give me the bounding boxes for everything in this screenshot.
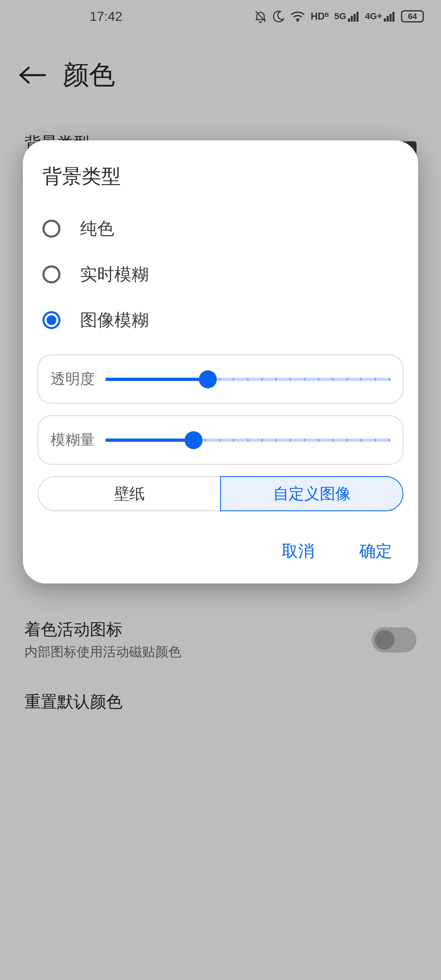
blur-slider-card: 模糊量	[38, 415, 403, 465]
status-icons: HDB 5G 4G+ 64	[254, 10, 424, 23]
svg-rect-5	[356, 12, 359, 22]
wifi-icon	[290, 11, 305, 22]
svg-rect-4	[354, 14, 356, 22]
status-time: 17:42	[0, 9, 212, 24]
svg-rect-9	[392, 12, 394, 22]
dialog-actions: 取消 确定	[23, 511, 418, 570]
signal-4g-icon: 4G+	[365, 11, 395, 22]
opacity-slider[interactable]	[105, 371, 390, 388]
slider-thumb[interactable]	[185, 431, 203, 449]
segment-custom-image[interactable]: 自定义图像	[220, 476, 403, 511]
signal-5g-icon: 5G	[334, 11, 359, 22]
dialog-title: 背景类型	[23, 163, 418, 206]
slider-thumb[interactable]	[199, 370, 217, 388]
radio-option-image-blur[interactable]: 图像模糊	[23, 297, 418, 343]
ok-button[interactable]: 确定	[359, 540, 392, 562]
radio-option-solid[interactable]: 纯色	[23, 206, 418, 252]
radio-icon	[42, 311, 60, 329]
battery-icon: 64	[401, 10, 424, 22]
svg-rect-2	[348, 18, 350, 22]
svg-point-1	[296, 20, 298, 22]
bell-mute-icon	[254, 10, 267, 23]
cancel-button[interactable]: 取消	[282, 540, 314, 562]
radio-label: 纯色	[80, 217, 114, 240]
slider-label: 透明度	[51, 369, 95, 389]
svg-rect-6	[384, 18, 386, 22]
status-bar: 17:42 HDB 5G 4G+ 64	[0, 0, 441, 33]
opacity-slider-card: 透明度	[38, 354, 403, 404]
svg-rect-3	[351, 16, 353, 22]
svg-rect-7	[387, 16, 389, 22]
radio-label: 图像模糊	[80, 309, 149, 332]
background-type-dialog: 背景类型 纯色 实时模糊 图像模糊 透明度 模糊量 壁纸 自定义图像	[23, 140, 418, 584]
blur-slider[interactable]	[105, 432, 390, 449]
slider-label: 模糊量	[51, 430, 95, 450]
segment-wallpaper[interactable]: 壁纸	[38, 476, 221, 511]
radio-option-live-blur[interactable]: 实时模糊	[23, 252, 418, 297]
hd-icon: HDB	[311, 11, 329, 22]
radio-icon	[42, 220, 60, 238]
image-source-segment: 壁纸 自定义图像	[38, 476, 403, 511]
radio-label: 实时模糊	[80, 263, 149, 286]
svg-rect-8	[390, 14, 392, 22]
radio-icon	[42, 265, 60, 283]
moon-icon	[272, 10, 285, 22]
